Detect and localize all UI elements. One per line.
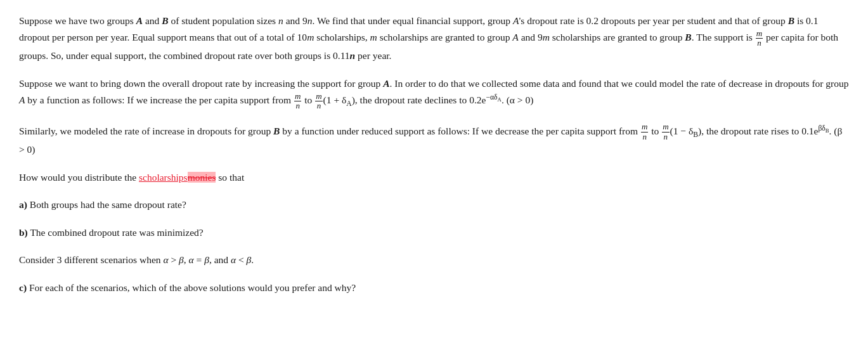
paragraph-4: How would you distribute the scholarship… (19, 169, 849, 186)
main-content: Suppose we have two groups A and B of st… (19, 13, 849, 295)
question-a: a) Both groups had the same dropout rate… (19, 197, 849, 213)
paragraph-1: Suppose we have two groups A and B of st… (19, 13, 849, 64)
question-c: c) For each of the scenarios, which of t… (19, 280, 849, 296)
paragraph-scenarios: Consider 3 different scenarios when α > … (19, 252, 849, 268)
highlight-scholarships: scholarships (139, 172, 188, 183)
question-b: b) The combined dropout rate was minimiz… (19, 224, 849, 241)
paragraph-3: Similarly, we modeled the rate of increa… (19, 122, 849, 158)
paragraph-2: Suppose we want to bring down the overal… (19, 75, 849, 111)
